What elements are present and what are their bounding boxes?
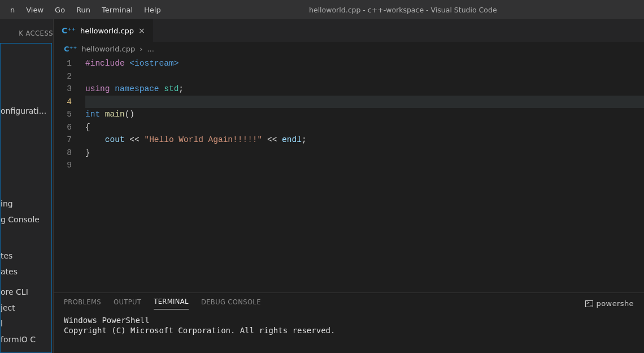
token: endl [282,135,302,144]
terminal-shell-selector[interactable]: powershe [585,299,634,308]
token: cout [105,135,125,144]
line-number: 8 [54,147,72,160]
token: } [85,148,90,157]
sidebar-item[interactable]: g Console [1,213,48,226]
panel-tab-debug-console[interactable]: DEBUG CONSOLE [201,298,261,309]
close-icon[interactable]: × [138,26,145,35]
token: () [125,110,134,119]
token: { [85,123,90,132]
sidebar-item[interactable]: ing [1,197,48,210]
line-number: 9 [54,159,72,172]
breadcrumb[interactable]: C⁺⁺ helloworld.cpp › ... [54,42,644,56]
panel-tab-terminal[interactable]: TERMINAL [154,298,189,309]
token: ; [179,84,184,93]
shell-label: powershe [597,299,634,308]
tab-label: helloworld.cpp [80,27,134,35]
sidebar-panel: onfigurati... ing g Console tes ates ore… [0,43,52,353]
token: main [100,110,125,119]
line-gutter: 1 2 3 4 5 6 7 8 9 [54,57,85,292]
editor-area: C⁺⁺ helloworld.cpp × C⁺⁺ helloworld.cpp … [54,19,644,353]
cpp-file-icon: C⁺⁺ [62,26,76,35]
line-number: 6 [54,121,72,134]
cpp-file-icon: C⁺⁺ [64,45,77,53]
sidebar-item[interactable]: tes [1,249,48,262]
line-number: 7 [54,134,72,147]
token [85,135,105,144]
window-title: helloworld.cpp - c++-workspace - Visual … [167,6,639,14]
breadcrumb-file: helloworld.cpp [81,45,135,53]
terminal-icon [585,300,593,307]
terminal-line: Copyright (C) Microsoft Corporation. All… [64,325,634,335]
menu-item-terminal[interactable]: Terminal [96,2,138,18]
line-number: 2 [54,70,72,83]
panel-tab-problems[interactable]: PROBLEMS [64,298,101,309]
chevron-right-icon: › [140,45,142,53]
breadcrumb-ellipsis: ... [147,45,154,53]
panel-tabs: PROBLEMS OUTPUT TERMINAL DEBUG CONSOLE p… [54,293,644,309]
token: using [85,84,110,93]
editor-tabs: C⁺⁺ helloworld.cpp × [54,19,644,42]
token: ; [302,135,307,144]
sidebar-item[interactable]: ates [1,265,48,278]
menu-item-view[interactable]: View [20,2,49,18]
line-number: 3 [54,83,72,96]
line-number: 1 [54,57,72,70]
terminal-line: Windows PowerShell [64,315,634,325]
sidebar-item[interactable]: ore CLI [1,286,48,298]
main-area: K ACCESS onfigurati... ing g Console tes… [0,19,644,353]
menu-item-go[interactable]: Go [49,2,71,18]
line-number: 5 [54,108,72,121]
terminal-output[interactable]: Windows PowerShell Copyright (C) Microso… [54,309,644,341]
sidebar-item[interactable]: onfigurati... [1,105,48,117]
token: <iostream> [125,59,179,68]
title-bar: n View Go Run Terminal Help helloworld.c… [0,0,644,19]
panel-tab-output[interactable]: OUTPUT [114,298,141,309]
tab-helloworld[interactable]: C⁺⁺ helloworld.cpp × [54,19,154,42]
bottom-panel: PROBLEMS OUTPUT TERMINAL DEBUG CONSOLE p… [54,292,644,353]
sidebar-item[interactable]: formIO C [1,333,48,346]
token: "Hello World Again!!!!!" [144,135,262,144]
token: << [125,135,145,144]
code-editor[interactable]: 1 2 3 4 5 6 7 8 9 #include <iostream> us… [54,56,644,292]
sidebar-item[interactable]: ject [1,302,48,314]
menu-item-help[interactable]: Help [138,2,167,18]
token: #include [85,59,125,68]
code-content[interactable]: #include <iostream> using namespace std;… [85,57,644,292]
menu-item-run[interactable]: Run [71,2,96,18]
token: namespace [110,84,159,93]
token: int [85,110,100,119]
token: << [262,135,282,144]
token: std [159,84,179,93]
sidebar-item[interactable]: l [1,317,48,330]
sidebar: K ACCESS onfigurati... ing g Console tes… [0,19,54,353]
line-number-current: 4 [54,96,72,109]
sidebar-heading: K ACCESS [0,25,53,43]
menu-bar: n View Go Run Terminal Help [5,2,167,18]
menu-item[interactable]: n [5,2,20,18]
